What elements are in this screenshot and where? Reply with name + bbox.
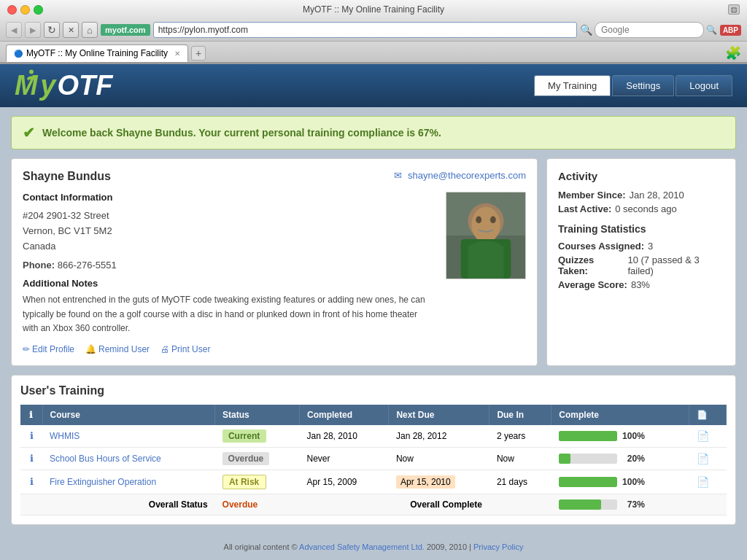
overall-complete-label: Overall Complete [300, 494, 489, 515]
row-status: At Risk [215, 470, 300, 494]
profile-body: Contact Information #204 2901-32 Street … [23, 192, 526, 335]
home-button[interactable]: ⌂ [82, 22, 98, 38]
contact-heading: Contact Information [23, 192, 435, 203]
table-header-row: ℹ Course Status Completed Next Due Due I… [20, 405, 727, 425]
tab-favicon-icon: 🔵 [14, 50, 23, 58]
overall-pdf-spacer [689, 494, 727, 515]
th-status: Status [215, 405, 300, 425]
addon-icon: 🧩 [725, 45, 741, 61]
resize-button[interactable]: ⊡ [728, 4, 740, 15]
window-controls[interactable] [7, 5, 43, 15]
table-row: ℹ WHMIS Current Jan 28, 2010 Jan 28, 201… [20, 425, 727, 448]
profile-info: Contact Information #204 2901-32 Street … [23, 192, 435, 335]
logo: M y OTF [15, 70, 112, 101]
row-complete: 20% [551, 447, 689, 470]
profile-photo [446, 192, 526, 279]
adblock-badge: ABP [720, 25, 741, 36]
minimize-button[interactable] [20, 5, 30, 15]
tab-close-icon[interactable]: ✕ [174, 50, 180, 58]
check-icon: ✔ [23, 124, 35, 141]
additional-notes: Additional Notes When not entrenched in … [23, 278, 435, 335]
row-pdf-icon[interactable]: 📄 [689, 447, 727, 470]
row-completed: Jan 28, 2010 [300, 425, 389, 448]
stats-title: Training Statistics [558, 223, 724, 235]
row-next-due: Now [389, 447, 489, 470]
maximize-button[interactable] [34, 5, 43, 15]
nav-settings[interactable]: Settings [612, 75, 674, 96]
th-completed: Completed [300, 405, 389, 425]
training-section: User's Training ℹ Course Status Complete… [11, 375, 736, 525]
row-complete: 100% [551, 470, 689, 494]
svg-point-9 [490, 216, 496, 223]
new-tab-button[interactable]: + [191, 46, 206, 61]
tab-bar: 🔵 MyOTF :: My Online Training Facility ✕… [0, 42, 747, 63]
browser-title: MyOTF :: My Online Training Facility [303, 4, 444, 15]
domain-badge: myotf.com [101, 24, 150, 36]
row-next-due: Jan 28, 2012 [389, 425, 489, 448]
th-course: Course [42, 405, 215, 425]
profile-actions: ✏ Edit Profile 🔔 Remind User 🖨 Print Use… [23, 344, 526, 354]
welcome-message: Welcome back Shayne Bundus. Your current… [42, 127, 441, 139]
th-due-in: Due In [489, 405, 551, 425]
person-icon [25, 69, 38, 82]
row-status: Overdue [215, 447, 300, 470]
row-info-icon[interactable]: ℹ [20, 447, 42, 470]
profile-header: Shayne Bundus ✉ shayne@thecorexperts.com [23, 170, 526, 183]
email-icon: ✉ [394, 170, 402, 181]
row-completed: Never [300, 447, 389, 470]
th-complete: Complete [551, 405, 689, 425]
training-title: User's Training [20, 384, 727, 397]
reload-button[interactable]: ↻ [44, 22, 60, 38]
active-tab[interactable]: 🔵 MyOTF :: My Online Training Facility ✕ [6, 44, 188, 62]
search-bar: 🔍 🔍 [580, 22, 717, 38]
stop-button[interactable]: ✕ [63, 22, 79, 38]
photo-placeholder [446, 192, 525, 279]
footer-privacy-link[interactable]: Privacy Policy [473, 542, 523, 551]
activity-card: Activity Member Since: Jan 28, 2010 Last… [546, 158, 736, 366]
row-completed: Apr 15, 2009 [300, 470, 389, 494]
welcome-banner: ✔ Welcome back Shayne Bundus. Your curre… [11, 116, 736, 149]
profile-card: Shayne Bundus ✉ shayne@thecorexperts.com… [11, 158, 538, 366]
row-pdf-icon[interactable]: 📄 [689, 425, 727, 448]
overall-status-value: Overdue [215, 494, 300, 515]
print-user-link[interactable]: 🖨 Print User [160, 344, 210, 354]
svg-point-8 [476, 216, 481, 223]
bell-icon: 🔔 [85, 344, 96, 354]
average-score-row: Average Score: 83% [558, 279, 724, 290]
nav-my-training[interactable]: My Training [534, 75, 611, 96]
back-button[interactable]: ◀ [6, 22, 22, 38]
svg-point-6 [471, 207, 500, 243]
forward-button[interactable]: ▶ [25, 22, 41, 38]
overall-complete-spacer [489, 494, 551, 515]
th-next-due: Next Due [389, 405, 489, 425]
print-icon: 🖨 [160, 344, 169, 354]
row-course-name: School Bus Hours of Service [42, 447, 215, 470]
row-complete: 100% [551, 425, 689, 448]
logo-otf: OTF [57, 70, 112, 101]
row-info-icon[interactable]: ℹ [20, 470, 42, 494]
activity-title: Activity [558, 170, 724, 182]
remind-user-link[interactable]: 🔔 Remind User [85, 344, 150, 354]
quizzes-taken-row: Quizzes Taken: 10 (7 passed & 3 failed) [558, 254, 724, 276]
row-pdf-icon[interactable]: 📄 [689, 470, 727, 494]
member-since-row: Member Since: Jan 28, 2010 [558, 190, 724, 201]
search-input[interactable] [595, 22, 704, 38]
contact-phone: Phone: 866-276-5551 [23, 260, 435, 271]
training-table: ℹ Course Status Completed Next Due Due I… [20, 405, 727, 516]
table-row: ℹ Fire Extinguisher Operation At Risk Ap… [20, 470, 727, 494]
row-info-icon[interactable]: ℹ [20, 425, 42, 448]
close-button[interactable] [7, 5, 17, 15]
footer-company-link[interactable]: Advanced Safety Management Ltd. [299, 542, 425, 551]
profile-name: Shayne Bundus [23, 170, 111, 183]
edit-profile-link[interactable]: ✏ Edit Profile [23, 344, 74, 354]
overall-progress: 73% [551, 494, 689, 515]
header-nav: My Training Settings Logout [534, 75, 732, 96]
search-submit-icon[interactable]: 🔍 [706, 25, 717, 35]
courses-assigned-row: Courses Assigned: 3 [558, 241, 724, 252]
th-info: ℹ [20, 405, 42, 425]
profile-email: ✉ shayne@thecorexperts.com [394, 170, 526, 181]
row-due-in: 2 years [489, 425, 551, 448]
nav-logout[interactable]: Logout [676, 75, 732, 96]
url-input[interactable] [153, 22, 577, 38]
table-row: ℹ School Bus Hours of Service Overdue Ne… [20, 447, 727, 470]
